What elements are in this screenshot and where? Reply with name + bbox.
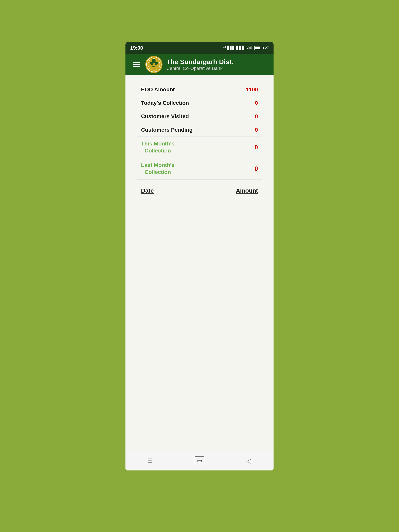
volte-icon: VoB — [246, 46, 253, 50]
customers-visited-row: Customers Visited 0 — [137, 110, 262, 123]
phone-frame: 19:00 ⁴⁰ ▋▋▋ ▋▋▋ VoB 27 — [125, 42, 274, 470]
customers-visited-value: 0 — [255, 113, 258, 120]
last-months-collection-label: Last Month'sCollection — [141, 162, 174, 176]
bank-sub-name: Central Co-Operative Bank — [166, 66, 233, 71]
todays-collection-value: 0 — [255, 100, 258, 106]
battery-icon — [254, 46, 263, 50]
customers-pending-label: Customers Pending — [141, 127, 193, 133]
table-header: Date Amount — [137, 182, 262, 197]
battery-level: 27 — [265, 46, 269, 50]
bank-name: The Sundargarh Dist. — [166, 58, 233, 66]
table-date-header: Date — [141, 187, 154, 194]
hamburger-line-1 — [133, 62, 140, 63]
table-amount-header: Amount — [236, 187, 258, 194]
customers-visited-label: Customers Visited — [141, 113, 189, 120]
eod-amount-label: EOD Amount — [141, 86, 175, 93]
hamburger-line-3 — [133, 66, 140, 67]
customers-pending-value: 0 — [255, 127, 258, 133]
last-months-collection-value: 0 — [254, 165, 258, 172]
eod-amount-value: 1100 — [246, 86, 258, 93]
status-bar: 19:00 ⁴⁰ ▋▋▋ ▋▋▋ VoB 27 — [125, 42, 274, 54]
todays-collection-label: Today's Collection — [141, 100, 189, 106]
navigation-bar: ☰ ▭ ◁ — [125, 451, 274, 470]
nav-back-button[interactable]: ◁ — [241, 455, 257, 467]
eod-amount-row: EOD Amount 1100 — [137, 83, 262, 96]
main-content: EOD Amount 1100 Today's Collection 0 Cus… — [125, 75, 274, 451]
status-icons: ⁴⁰ ▋▋▋ ▋▋▋ VoB 27 — [223, 45, 269, 50]
this-months-collection-label: This Month'sCollection — [141, 140, 174, 154]
bank-logo — [145, 56, 162, 73]
customers-pending-row: Customers Pending 0 — [137, 123, 262, 137]
nav-menu-button[interactable]: ☰ — [142, 455, 158, 467]
header-title-block: The Sundargarh Dist. Central Co-Operativ… — [166, 58, 233, 71]
nav-home-button[interactable]: ▭ — [192, 455, 207, 467]
signal-bars2-icon: ▋▋▋ — [236, 45, 245, 50]
app-header: The Sundargarh Dist. Central Co-Operativ… — [125, 54, 274, 75]
nav-menu-icon: ☰ — [147, 457, 153, 465]
status-time: 19:00 — [130, 45, 143, 51]
signal-bars-icon: ▋▋▋ — [227, 45, 235, 50]
hamburger-button[interactable] — [131, 60, 142, 69]
this-months-collection-value: 0 — [254, 144, 258, 151]
last-months-collection-row: Last Month'sCollection 0 — [137, 158, 262, 180]
table-body — [137, 197, 262, 236]
nav-home-icon: ▭ — [195, 456, 204, 465]
bank-logo-icon — [146, 57, 162, 72]
hamburger-line-2 — [133, 64, 140, 65]
this-months-collection-row: This Month'sCollection 0 — [137, 137, 262, 158]
nav-back-icon: ◁ — [246, 457, 251, 465]
signal-4g-icon: ⁴⁰ — [223, 46, 226, 50]
todays-collection-row: Today's Collection 0 — [137, 96, 262, 110]
